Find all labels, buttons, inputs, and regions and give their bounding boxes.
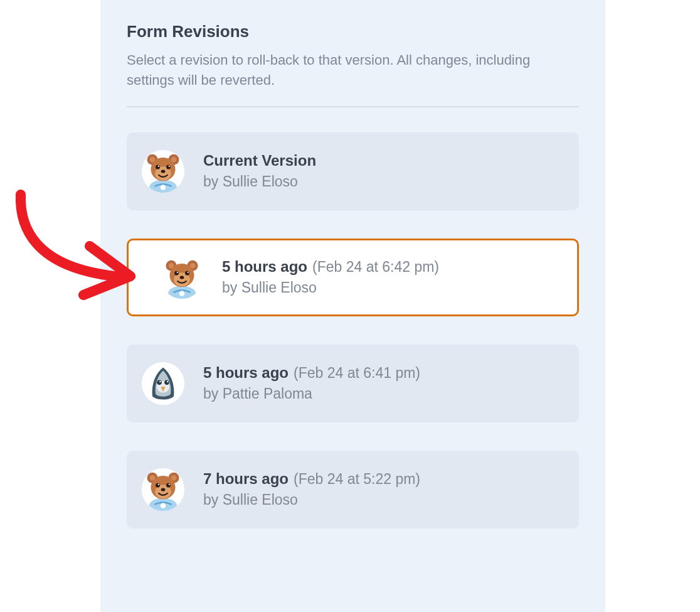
svg-point-11 [158, 166, 159, 167]
revision-text: Current Version by Sullie Eloso [203, 152, 316, 190]
revision-author: by Sullie Eloso [203, 491, 420, 508]
revision-title-row: 7 hours ago (Feb 24 at 5:22 pm) [203, 470, 420, 488]
svg-point-32 [159, 381, 161, 382]
revision-title: Current Version [203, 152, 316, 169]
selected-marker [119, 272, 135, 282]
revision-title-row: Current Version [203, 152, 316, 169]
avatar-bird-icon [142, 362, 184, 405]
svg-point-25 [177, 272, 178, 273]
svg-point-24 [185, 271, 189, 276]
revision-card-current[interactable]: Current Version by Sullie Eloso [127, 132, 579, 210]
revision-author: by Pattie Paloma [203, 385, 420, 402]
panel-description: Select a revision to roll-back to that v… [127, 50, 579, 90]
svg-point-43 [156, 483, 160, 488]
svg-point-27 [180, 276, 184, 279]
revision-text: 7 hours ago (Feb 24 at 5:22 pm) by Sulli… [203, 470, 420, 508]
revision-text: 5 hours ago (Feb 24 at 6:41 pm) by Patti… [203, 364, 420, 402]
revision-title: 7 hours ago [203, 470, 289, 488]
avatar-bear-icon [142, 150, 184, 193]
marker-dot-icon [114, 272, 123, 282]
avatar-bear-icon [161, 256, 203, 299]
revision-card[interactable]: 5 hours ago (Feb 24 at 6:41 pm) by Patti… [127, 345, 579, 422]
svg-point-23 [174, 271, 179, 276]
svg-point-47 [161, 488, 166, 491]
svg-point-9 [156, 165, 160, 169]
svg-point-12 [169, 166, 170, 167]
revision-subtime: (Feb 24 at 5:22 pm) [294, 471, 420, 488]
revision-title: 5 hours ago [222, 258, 307, 276]
svg-point-30 [157, 380, 162, 385]
revision-title-row: 5 hours ago (Feb 24 at 6:42 pm) [222, 258, 439, 276]
revision-author: by Sullie Eloso [203, 173, 316, 190]
revision-text: 5 hours ago (Feb 24 at 6:42 pm) by Sulli… [222, 258, 439, 296]
svg-point-44 [166, 483, 171, 488]
divider-line [127, 106, 579, 107]
svg-point-2 [161, 185, 166, 190]
revision-card[interactable]: 7 hours ago (Feb 24 at 5:22 pm) by Sulli… [127, 451, 579, 529]
revision-title: 5 hours ago [203, 364, 289, 382]
marker-stem [123, 276, 135, 278]
revision-subtime: (Feb 24 at 6:41 pm) [294, 365, 420, 382]
svg-point-26 [188, 272, 189, 273]
avatar-bear-icon [142, 468, 184, 511]
svg-point-36 [161, 503, 166, 508]
svg-point-45 [158, 484, 159, 485]
revision-subtime: (Feb 24 at 6:42 pm) [312, 259, 439, 276]
svg-point-10 [166, 165, 171, 169]
svg-point-13 [161, 169, 166, 173]
revision-card-selected[interactable]: 5 hours ago (Feb 24 at 6:42 pm) by Sulli… [127, 239, 579, 316]
svg-point-33 [167, 381, 168, 382]
svg-point-46 [169, 484, 170, 485]
revision-title-row: 5 hours ago (Feb 24 at 6:41 pm) [203, 364, 420, 382]
panel-title: Form Revisions [127, 22, 579, 41]
svg-point-31 [164, 380, 169, 385]
svg-point-16 [179, 291, 185, 296]
revision-list: Current Version by Sullie Eloso 5 hours … [127, 132, 579, 557]
revisions-panel: Form Revisions Select a revision to roll… [100, 0, 605, 612]
revision-author: by Sullie Eloso [222, 279, 439, 296]
